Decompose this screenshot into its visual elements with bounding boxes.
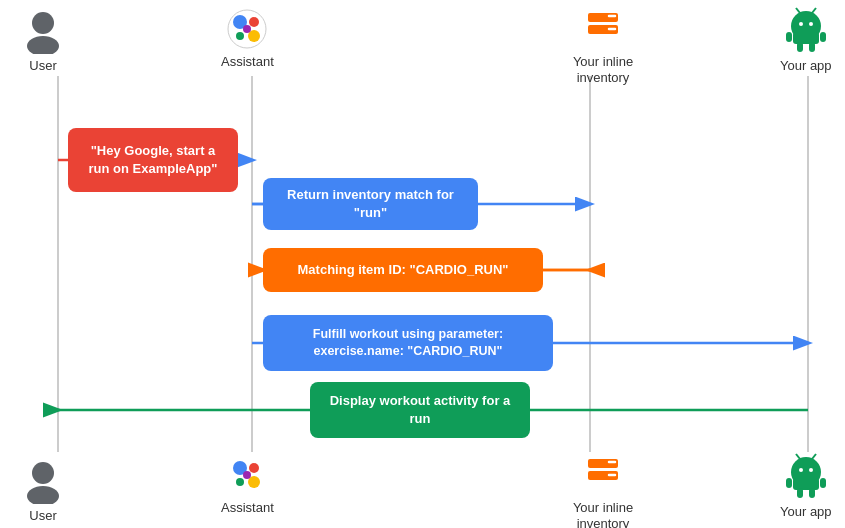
svg-point-35 (27, 486, 59, 504)
app-label-top: Your app (780, 58, 832, 73)
svg-rect-50 (793, 478, 819, 490)
user-label-top: User (29, 58, 56, 73)
msg-display-workout: Display workout activity for a run (310, 382, 530, 438)
actor-app-bottom: Your app (780, 450, 832, 519)
svg-rect-51 (786, 478, 792, 488)
server-icon-top (582, 8, 624, 50)
svg-point-47 (809, 468, 813, 472)
svg-rect-52 (820, 478, 826, 488)
svg-point-46 (799, 468, 803, 472)
msg-fulfill-workout: Fulfill workout using parameter: exercis… (263, 315, 553, 371)
server-icon-bottom (582, 454, 624, 496)
svg-point-13 (27, 36, 59, 54)
actor-inventory-bottom: Your inline inventory (558, 454, 648, 528)
svg-point-18 (236, 32, 244, 40)
android-icon-top (783, 4, 829, 54)
inventory-label-bottom: Your inline inventory (558, 500, 648, 528)
assistant-icon-top (226, 8, 268, 50)
svg-rect-32 (797, 42, 803, 52)
svg-rect-33 (809, 42, 815, 52)
svg-point-25 (799, 22, 803, 26)
android-icon-bottom (783, 450, 829, 500)
svg-point-16 (249, 17, 259, 27)
svg-line-49 (812, 454, 816, 459)
msg-return-inventory: Return inventory match for "run" (263, 178, 478, 230)
svg-point-12 (32, 12, 54, 34)
svg-rect-31 (820, 32, 826, 42)
svg-point-26 (809, 22, 813, 26)
svg-rect-20 (588, 13, 618, 22)
svg-rect-30 (786, 32, 792, 42)
svg-rect-41 (588, 459, 618, 468)
svg-line-28 (812, 8, 816, 13)
assistant-label-bottom: Assistant (221, 500, 274, 515)
assistant-icon-bottom (226, 454, 268, 496)
app-label-bottom: Your app (780, 504, 832, 519)
actor-app-top: Your app (780, 4, 832, 73)
svg-rect-53 (797, 488, 803, 498)
actor-user-top: User (20, 8, 66, 73)
svg-point-39 (236, 478, 244, 486)
actor-assistant-top: Assistant (221, 8, 274, 69)
svg-rect-29 (793, 32, 819, 44)
svg-line-48 (796, 454, 800, 459)
user-icon-bottom (20, 458, 66, 504)
user-label-bottom: User (29, 508, 56, 523)
inventory-label-top: Your inline inventory (558, 54, 648, 85)
assistant-label-top: Assistant (221, 54, 274, 69)
msg-matching-id: Matching item ID: "CARDIO_RUN" (263, 248, 543, 292)
svg-point-37 (249, 463, 259, 473)
svg-rect-54 (809, 488, 815, 498)
svg-point-34 (32, 462, 54, 484)
svg-point-19 (243, 25, 251, 33)
user-icon-top (20, 8, 66, 54)
sequence-diagram: User Assistant Your inline inventory (0, 0, 845, 528)
actor-inventory-top: Your inline inventory (558, 8, 648, 85)
actor-assistant-bottom: Assistant (221, 454, 274, 515)
svg-point-40 (243, 471, 251, 479)
svg-line-27 (796, 8, 800, 13)
actor-user-bottom: User (20, 458, 66, 523)
msg-hey-google: "Hey Google, start a run on ExampleApp" (68, 128, 238, 192)
